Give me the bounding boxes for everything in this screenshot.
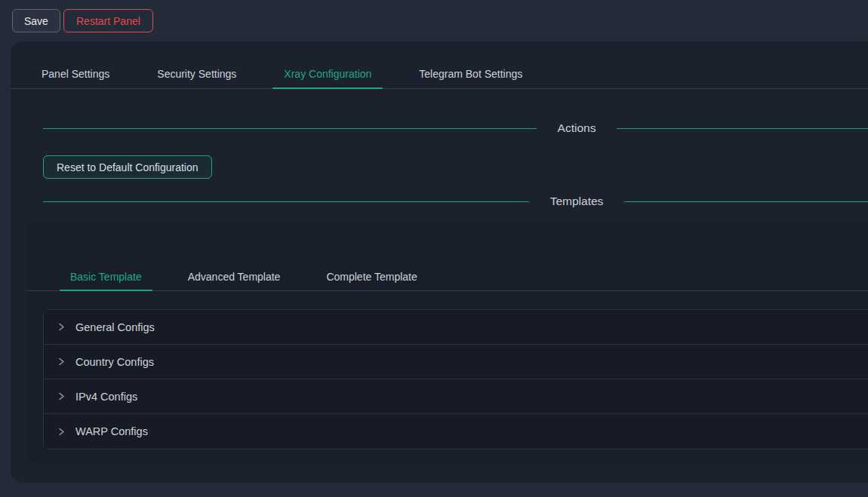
accordion-item-ipv4-configs[interactable]: IPv4 Configs xyxy=(44,379,868,414)
actions-divider: Actions xyxy=(11,119,868,137)
accordion-item-label: IPv4 Configs xyxy=(75,391,137,403)
top-action-bar: Save Restart Panel xyxy=(0,0,868,36)
save-button[interactable]: Save xyxy=(12,9,60,32)
chevron-right-icon xyxy=(57,357,66,367)
templates-divider: Templates xyxy=(11,192,868,210)
divider-line xyxy=(624,201,868,202)
configs-accordion: General Configs Country Configs IPv4 Con… xyxy=(43,309,868,449)
accordion-item-country-configs[interactable]: Country Configs xyxy=(44,345,868,379)
tab-telegram-bot-settings[interactable]: Telegram Bot Settings xyxy=(408,60,534,88)
divider-line xyxy=(617,128,868,129)
settings-tabbar: Panel Settings Security Settings Xray Co… xyxy=(11,41,868,89)
tab-security-settings[interactable]: Security Settings xyxy=(146,60,248,88)
accordion-item-label: WARP Configs xyxy=(75,425,148,437)
chevron-right-icon xyxy=(57,322,66,332)
tab-basic-template[interactable]: Basic Template xyxy=(60,262,152,290)
templates-card: Basic Template Advanced Template Complet… xyxy=(26,222,868,464)
tab-panel-settings[interactable]: Panel Settings xyxy=(30,60,121,88)
accordion-item-general-configs[interactable]: General Configs xyxy=(44,310,868,345)
accordion-item-label: Country Configs xyxy=(75,356,154,368)
tab-complete-template[interactable]: Complete Template xyxy=(315,262,427,290)
reset-to-default-button[interactable]: Reset to Default Configuration xyxy=(43,155,212,179)
chevron-right-icon xyxy=(57,391,66,401)
tab-advanced-template[interactable]: Advanced Template xyxy=(177,262,291,290)
settings-card: Panel Settings Security Settings Xray Co… xyxy=(11,41,868,483)
templates-section-title: Templates xyxy=(550,195,604,208)
restart-panel-button[interactable]: Restart Panel xyxy=(63,9,153,32)
tab-xray-configuration[interactable]: Xray Configuration xyxy=(272,60,383,88)
templates-tabbar: Basic Template Advanced Template Complet… xyxy=(26,222,868,291)
divider-line xyxy=(43,201,529,202)
divider-line xyxy=(43,128,537,129)
accordion-item-warp-configs[interactable]: WARP Configs xyxy=(44,414,868,449)
accordion-item-label: General Configs xyxy=(75,321,155,333)
chevron-right-icon xyxy=(57,427,66,437)
actions-section-title: Actions xyxy=(558,121,596,135)
